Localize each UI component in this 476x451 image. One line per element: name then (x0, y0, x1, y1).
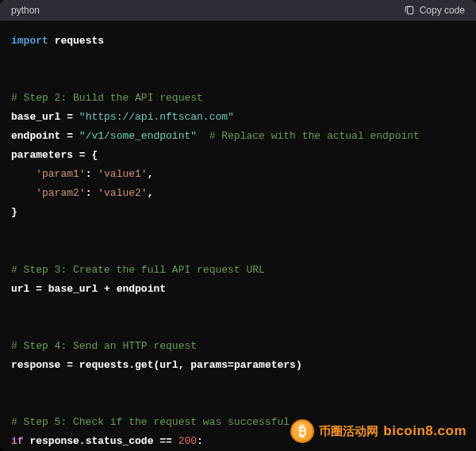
comment-step5: # Step 5: Check if the request was succe… (11, 416, 290, 428)
code-block-container: python Copy code import requests # Step … (0, 0, 476, 451)
var-endpoint: endpoint (11, 130, 60, 142)
brace-close: } (11, 206, 17, 218)
copy-label: Copy code (420, 5, 465, 16)
comment-step3: # Step 3: Create the full API request UR… (11, 264, 265, 276)
clipboard-icon (404, 5, 415, 16)
fn-requests-get: requests.get (79, 359, 154, 371)
language-label: python (11, 5, 40, 16)
copy-code-button[interactable]: Copy code (404, 5, 465, 16)
keyword-if: if (11, 435, 24, 447)
dict-val-param1: 'value1' (98, 168, 147, 180)
module-requests: requests (55, 35, 104, 47)
var-parameters: parameters (11, 149, 73, 161)
var-base-url: base_url (11, 111, 60, 123)
var-response: response (11, 359, 60, 371)
comment-step4: # Step 4: Send an HTTP request (11, 340, 197, 352)
var-url: url (11, 283, 29, 295)
code-content[interactable]: import requests # Step 2: Build the API … (0, 21, 476, 451)
svg-rect-0 (407, 6, 413, 13)
code-header: python Copy code (0, 0, 476, 21)
string-endpoint: "/v1/some_endpoint" (79, 130, 197, 142)
dict-key-param1: 'param1' (36, 168, 85, 180)
dict-key-param2: 'param2' (36, 187, 85, 199)
number-200: 200 (178, 435, 197, 447)
comment-step2: # Step 2: Build the API request (11, 92, 203, 104)
string-base-url: "https://api.nftscan.com" (79, 111, 234, 123)
dict-val-param2: 'value2' (98, 187, 147, 199)
comment-endpoint: # Replace with the actual endpoint (197, 130, 420, 142)
attr-status-code: response.status_code (29, 435, 153, 447)
keyword-import: import (11, 35, 48, 47)
